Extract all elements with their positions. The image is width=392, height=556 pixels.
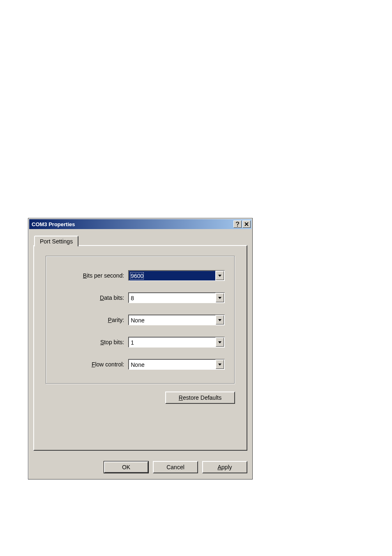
dialog-button-row: OK Cancel Apply	[28, 456, 252, 479]
label-data-bits: Data bits:	[56, 294, 128, 301]
properties-dialog: COM3 Properties Port Settings	[28, 218, 253, 480]
tab-page: Bits per second: 9600 Data bits	[33, 245, 247, 451]
row-parity: Parity: None	[56, 315, 225, 325]
ok-button[interactable]: OK	[104, 461, 149, 473]
combo-value: None	[129, 359, 215, 369]
svg-point-0	[237, 226, 238, 227]
row-stop-bits: Stop bits: 1	[56, 337, 225, 348]
help-button[interactable]	[233, 220, 242, 228]
label-bits-per-second: Bits per second:	[56, 272, 128, 279]
label-flow-control: Flow control:	[56, 361, 128, 368]
dropdown-button[interactable]	[216, 338, 224, 347]
combo-bits-per-second[interactable]: 9600	[128, 270, 225, 281]
restore-defaults-button[interactable]: Restore Defaults	[165, 392, 235, 404]
restore-defaults-row: Restore Defaults	[46, 392, 235, 404]
combo-flow-control[interactable]: None	[128, 359, 225, 370]
tab-port-settings[interactable]: Port Settings	[34, 236, 78, 246]
combo-value: 1	[129, 337, 215, 347]
port-settings-group: Bits per second: 9600 Data bits	[46, 256, 235, 384]
close-icon	[244, 222, 249, 226]
tab-label: Port Settings	[40, 238, 73, 245]
combo-value: 8	[129, 293, 215, 303]
combo-parity[interactable]: None	[128, 315, 225, 325]
label-parity: Parity:	[56, 317, 128, 323]
combo-value: 9600	[129, 271, 215, 280]
chevron-down-icon	[218, 319, 221, 321]
combo-stop-bits[interactable]: 1	[128, 337, 225, 348]
chevron-down-icon	[218, 275, 221, 277]
dialog-client: Port Settings Bits per second: 9600	[29, 230, 251, 456]
combo-value: None	[129, 315, 215, 325]
window-title: COM3 Properties	[32, 221, 75, 227]
row-flow-control: Flow control: None	[56, 359, 225, 370]
chevron-down-icon	[218, 341, 221, 343]
combo-data-bits[interactable]: 8	[128, 292, 225, 303]
dropdown-button[interactable]	[216, 360, 224, 369]
dropdown-button[interactable]	[216, 271, 224, 280]
row-bits-per-second: Bits per second: 9600	[56, 270, 225, 281]
close-button[interactable]	[242, 220, 251, 228]
apply-button[interactable]: Apply	[202, 461, 247, 473]
row-data-bits: Data bits: 8	[56, 292, 225, 303]
chevron-down-icon	[218, 297, 221, 299]
cancel-button[interactable]: Cancel	[153, 461, 198, 473]
tab-strip: Port Settings	[33, 234, 247, 246]
chevron-down-icon	[218, 364, 221, 366]
help-icon	[235, 222, 240, 227]
label-stop-bits: Stop bits:	[56, 339, 128, 345]
dropdown-button[interactable]	[216, 293, 224, 302]
dropdown-button[interactable]	[216, 315, 224, 324]
titlebar: COM3 Properties	[29, 219, 251, 229]
